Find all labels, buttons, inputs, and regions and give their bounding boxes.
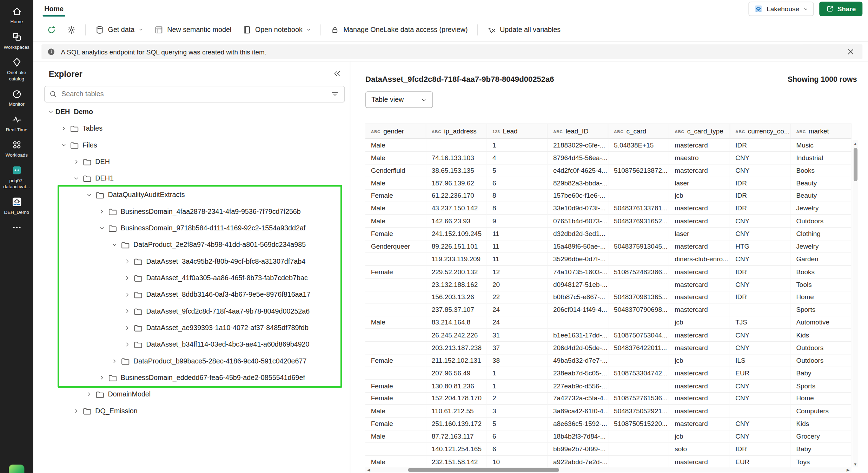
table-cell[interactable]: Computers xyxy=(791,405,852,418)
table-cell[interactable]: Beauty xyxy=(791,177,852,189)
table-cell[interactable]: IDR xyxy=(730,202,791,215)
table-cell[interactable]: 38.65.153.135 xyxy=(426,164,487,177)
table-cell[interactable]: 156.203.13.26 xyxy=(426,291,487,303)
table-cell[interactable]: 203.213.187.238 xyxy=(426,342,487,354)
table-cell[interactable]: Home xyxy=(791,291,852,303)
tree-expander[interactable] xyxy=(123,309,132,314)
table-cell[interactable] xyxy=(608,354,669,367)
table-cell[interactable] xyxy=(426,139,487,151)
table-cell[interactable]: 8 xyxy=(487,190,548,202)
rail-item-home[interactable]: Home xyxy=(0,6,33,24)
table-cell[interactable]: CNY xyxy=(730,342,791,354)
table-cell[interactable]: Kids xyxy=(791,418,852,430)
table-cell[interactable]: 140.121.254.165 xyxy=(426,443,487,455)
table-cell[interactable]: mastercard xyxy=(669,405,730,418)
table-cell[interactable]: 31 xyxy=(487,329,548,341)
table-cell[interactable]: 152.204.178.170 xyxy=(426,392,487,405)
table-cell[interactable]: mastercard xyxy=(669,380,730,392)
rail-item-onelake-catalog[interactable]: OneLake catalog xyxy=(0,57,33,81)
rail-item-workloads[interactable]: Workloads xyxy=(0,140,33,158)
table-cell[interactable]: 87.72.163.117 xyxy=(426,431,487,443)
table-cell[interactable]: Female xyxy=(365,418,426,430)
tree-item-tables[interactable]: Tables xyxy=(33,120,350,137)
scroll-right-arrow[interactable]: ▶ xyxy=(845,467,852,472)
tree-expander[interactable] xyxy=(98,375,106,381)
table-cell[interactable]: Kids xyxy=(791,329,852,341)
table-cell[interactable] xyxy=(608,177,669,189)
tree-item-deh-demo[interactable]: DEH_Demo xyxy=(33,104,350,120)
tree-item-dataasset-3a4c95b2-f80b-49cf-bfc8-a31307df7ab4[interactable]: DataAsset_3a4c95b2-f80b-49cf-bfc8-a31307… xyxy=(33,253,350,270)
view-selector-dropdown[interactable]: Table view xyxy=(365,91,433,108)
table-cell[interactable]: 5108750753044... xyxy=(608,329,669,341)
table-cell[interactable]: mastercard xyxy=(669,304,730,316)
table-cell[interactable]: 21883029-c6fe-... xyxy=(548,139,608,151)
table-cell[interactable]: mastercard xyxy=(669,392,730,405)
tree-item-businessdomain-9718b584-d111-4169-92c2-1554a93dd2af[interactable]: BusinessDomain_9718b584-d111-4169-92c2-1… xyxy=(33,220,350,236)
table-cell[interactable]: solo xyxy=(669,443,730,455)
table-cell[interactable]: 227eab9c-d556-... xyxy=(548,380,608,392)
table-cell[interactable]: 3 xyxy=(487,405,548,418)
column-header-ip-address[interactable]: ABCip_address xyxy=(426,124,487,138)
table-cell[interactable]: CNY xyxy=(730,228,791,240)
table-cell[interactable]: Male xyxy=(365,152,426,164)
table-cell[interactable]: 74.16.133.103 xyxy=(426,152,487,164)
table-cell[interactable]: CNY xyxy=(730,152,791,164)
table-cell[interactable]: Outdoors xyxy=(791,354,852,367)
fabric-logo[interactable] xyxy=(9,465,24,473)
table-cell[interactable]: 207.96.56.49 xyxy=(426,367,487,379)
table-cell[interactable]: 142.66.23.93 xyxy=(426,215,487,227)
column-header-lead[interactable]: 123Lead xyxy=(487,124,548,138)
table-cell[interactable]: CNY xyxy=(730,329,791,341)
table-cell[interactable]: 206cf014-1f49-4... xyxy=(548,304,608,316)
table-cell[interactable]: 12 xyxy=(487,266,548,278)
table-cell[interactable]: 241.152.109.245 xyxy=(426,228,487,240)
rail-item-deh-demo[interactable]: DEH_Demo xyxy=(0,196,33,215)
table-cell[interactable]: Genderqueer xyxy=(365,241,426,253)
filter-button[interactable] xyxy=(330,89,340,99)
table-cell[interactable]: Outdoors xyxy=(791,215,852,227)
table-cell[interactable]: 5108750515220... xyxy=(608,418,669,430)
table-cell[interactable]: CNY xyxy=(730,431,791,443)
table-cell[interactable]: mastercard xyxy=(669,342,730,354)
table-cell[interactable] xyxy=(608,456,669,468)
table-cell[interactable] xyxy=(608,443,669,455)
table-cell[interactable]: Female xyxy=(365,354,426,367)
table-cell[interactable]: 74a10735-1803-... xyxy=(548,266,608,278)
table-cell[interactable]: Sports xyxy=(791,304,852,316)
table-cell[interactable]: 110.61.212.55 xyxy=(426,405,487,418)
tree-expander[interactable] xyxy=(46,109,55,115)
table-cell[interactable]: Tools xyxy=(791,278,852,291)
open-notebook-button[interactable]: Open notebook xyxy=(238,21,317,38)
table-cell[interactable]: 5 xyxy=(487,164,548,177)
vertical-scrollbar[interactable]: ▲ ▼ xyxy=(853,140,858,467)
table-cell[interactable]: CNY xyxy=(730,164,791,177)
table-cell[interactable]: 24 xyxy=(487,304,548,316)
table-cell[interactable]: 38 xyxy=(487,354,548,367)
table-cell[interactable]: Books xyxy=(791,266,852,278)
table-cell[interactable]: Male xyxy=(365,405,426,418)
tree-item-dataproduct-b99bace5-28ec-4186-9c40-591c0420e677[interactable]: DataProduct_b99bace5-28ec-4186-9c40-591c… xyxy=(33,353,350,369)
table-cell[interactable]: 87964d45-56ea-... xyxy=(548,152,608,164)
column-header-gender[interactable]: ABCgender xyxy=(365,124,426,138)
table-cell[interactable] xyxy=(608,190,669,202)
tree-expander[interactable] xyxy=(59,126,68,131)
table-cell[interactable]: 5.04838E+15 xyxy=(608,139,669,151)
table-cell[interactable] xyxy=(365,304,426,316)
table-cell[interactable]: IDR xyxy=(730,190,791,202)
table-cell[interactable]: d32dbd2d-3ed1... xyxy=(548,228,608,240)
table-cell[interactable]: 232.151.58.142 xyxy=(426,456,487,468)
table-cell[interactable]: Female xyxy=(365,266,426,278)
table-cell[interactable]: d0948127-51eb-... xyxy=(548,278,608,291)
table-cell[interactable]: 22 xyxy=(487,291,548,303)
table-cell[interactable]: Music xyxy=(791,139,852,151)
tree-expander[interactable] xyxy=(123,275,132,281)
get-data-button[interactable]: Get data xyxy=(90,21,148,38)
table-cell[interactable]: 229.52.200.132 xyxy=(426,266,487,278)
table-cell[interactable]: mastercard xyxy=(669,266,730,278)
table-cell[interactable]: 10 xyxy=(487,456,548,468)
column-header-lead-id[interactable]: ABClead_ID xyxy=(548,124,608,138)
table-cell[interactable]: 6 xyxy=(487,431,548,443)
tree-item-dataasset-8ddb3146-0af3-4b67-9e5e-8976f816aa17[interactable]: DataAsset_8ddb3146-0af3-4b67-9e5e-8976f8… xyxy=(33,286,350,303)
table-cell[interactable]: 251.160.139.172 xyxy=(426,418,487,430)
table-cell[interactable]: 15a489f6-50ae-... xyxy=(548,241,608,253)
